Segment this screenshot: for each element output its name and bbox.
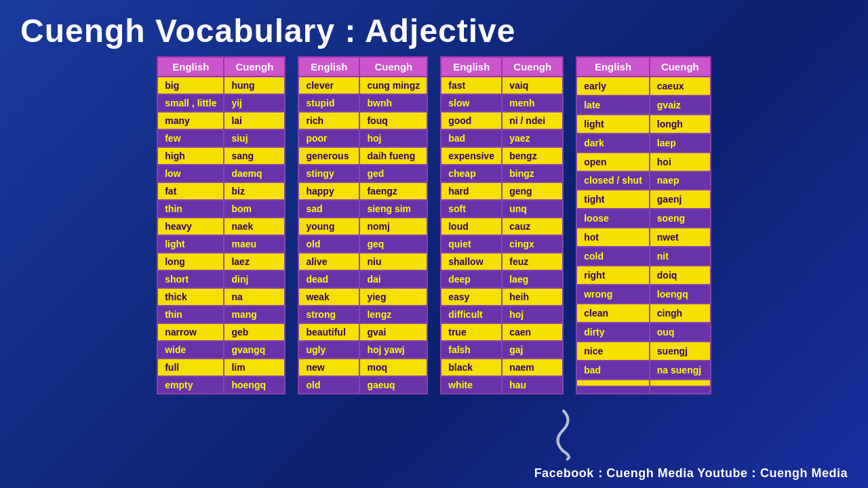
table-row: earlycaeux xyxy=(576,77,711,96)
table-row: closed / shutnaep xyxy=(576,171,711,190)
table-row: aliveniu xyxy=(298,253,427,270)
table-cell: hoj xyxy=(502,306,563,323)
table-cell: lim xyxy=(224,359,285,376)
table-row: longlaez xyxy=(157,253,285,270)
table-cell: cung mingz xyxy=(359,77,427,94)
table-cell: cingx xyxy=(502,235,563,253)
table-cell xyxy=(576,380,650,387)
table-row: quietcingx xyxy=(441,235,563,253)
table-row: weakyieg xyxy=(298,288,427,306)
table-row xyxy=(576,386,711,394)
table-cell: gaj xyxy=(502,341,563,359)
table-row: loudcauz xyxy=(441,218,563,235)
column-header: Cuengh xyxy=(502,57,563,77)
table-row: youngnomj xyxy=(298,218,427,235)
table-cell: soft xyxy=(441,200,502,218)
table-cell: fouq xyxy=(359,112,427,129)
table-cell: slow xyxy=(441,94,502,112)
table-row: lightmaeu xyxy=(157,235,285,253)
table-cell: caeux xyxy=(650,77,711,96)
table-cell: true xyxy=(441,323,502,341)
table-cell: unq xyxy=(502,200,563,218)
table-cell: old xyxy=(298,376,359,394)
table-cell: sad xyxy=(298,200,359,218)
table-cell: dinj xyxy=(224,270,285,288)
table-cell: yij xyxy=(224,94,285,112)
table-cell: caen xyxy=(502,323,563,341)
table-cell: niu xyxy=(359,253,427,270)
table-cell: hoj yawj xyxy=(359,341,427,359)
table-cell: thin xyxy=(157,306,224,323)
table-row: stupidbwnh xyxy=(298,94,427,112)
title: Cuengh Vocabulary : Adjective xyxy=(0,0,868,56)
table-cell: geng xyxy=(502,182,563,200)
table-cell: na suengj xyxy=(650,361,711,380)
table-cell: loengq xyxy=(650,285,711,304)
table-cell: easy xyxy=(441,288,502,306)
table-cell: vaiq xyxy=(502,77,563,94)
table-cell: naem xyxy=(502,359,563,376)
table-row: newmoq xyxy=(298,359,427,376)
table-cell: yaez xyxy=(502,129,563,147)
table-cell: hard xyxy=(441,182,502,200)
table-cell: laez xyxy=(224,253,285,270)
table-cell: closed / shut xyxy=(576,171,650,190)
table-cell: light xyxy=(157,235,224,253)
table-cell: empty xyxy=(157,376,224,394)
table-cell xyxy=(650,380,711,387)
table-row: softunq xyxy=(441,200,563,218)
table-row: truecaen xyxy=(441,323,563,341)
table-row: slowmenh xyxy=(441,94,563,112)
table-cell: yieg xyxy=(359,288,427,306)
table-row: coldnit xyxy=(576,247,711,266)
table-cell: dai xyxy=(359,270,427,288)
table-cell: gaeuq xyxy=(359,376,427,394)
table-row: badyaez xyxy=(441,129,563,147)
table-cell: cheap xyxy=(441,165,502,182)
table-cell: laep xyxy=(650,134,711,152)
table-row: stingyged xyxy=(298,165,427,182)
table-cell: clean xyxy=(576,304,650,323)
table-cell: ouq xyxy=(650,323,711,342)
table-row: darklaep xyxy=(576,134,711,152)
table-cell: bad xyxy=(441,129,502,147)
table-cell: geb xyxy=(224,323,285,341)
table-row: fatbiz xyxy=(157,182,285,200)
table-cell: good xyxy=(441,112,502,129)
column-header: English xyxy=(157,57,224,77)
column-header: Cuengh xyxy=(359,57,427,77)
table-cell: many xyxy=(157,112,224,129)
table-row: emptyhoengq xyxy=(157,376,285,394)
table-row: bighung xyxy=(157,77,285,94)
column-header: Cuengh xyxy=(650,57,711,77)
table-row: cleancingh xyxy=(576,304,711,323)
table4: EnglishCuenghearlycaeuxlategvaizlightlon… xyxy=(576,56,711,394)
table-cell: nomj xyxy=(359,218,427,235)
table-cell: maeu xyxy=(224,235,285,253)
table-cell: thin xyxy=(157,200,224,218)
table-row: fastvaiq xyxy=(441,77,563,94)
table-cell: lengz xyxy=(359,306,427,323)
table-cell: geq xyxy=(359,235,427,253)
table-cell: sieng sim xyxy=(359,200,427,218)
table-row: richfouq xyxy=(298,112,427,129)
table-cell: narrow xyxy=(157,323,224,341)
table-row: oldgaeuq xyxy=(298,376,427,394)
table-row: oldgeq xyxy=(298,235,427,253)
table-cell: hau xyxy=(502,376,563,394)
table-cell: faengz xyxy=(359,182,427,200)
table-row: widegvangq xyxy=(157,341,285,359)
tables-container: EnglishCuenghbighungsmall , littleyijman… xyxy=(0,56,868,394)
table-cell: daemq xyxy=(224,165,285,182)
table-cell: naep xyxy=(650,171,711,190)
column-header: English xyxy=(298,57,359,77)
table-cell: few xyxy=(157,129,224,147)
table-cell: stingy xyxy=(298,165,359,182)
table-row: highsang xyxy=(157,147,285,165)
table-row: openhoi xyxy=(576,152,711,171)
table-cell: new xyxy=(298,359,359,376)
table-cell: gvangq xyxy=(224,341,285,359)
table-row: small , littleyij xyxy=(157,94,285,112)
table3: EnglishCuenghfastvaiqslowmenhgoodni / nd… xyxy=(440,56,564,394)
table1: EnglishCuenghbighungsmall , littleyijman… xyxy=(157,56,285,394)
